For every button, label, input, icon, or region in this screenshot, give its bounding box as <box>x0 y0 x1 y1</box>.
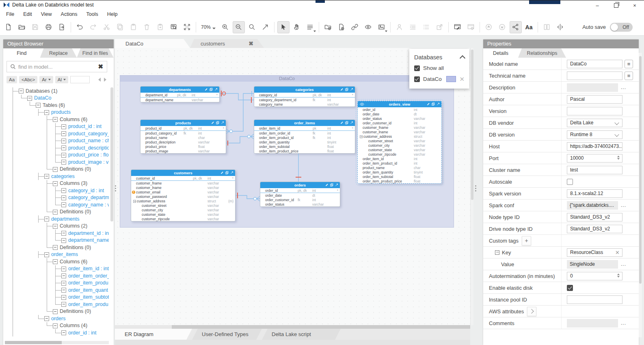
collapse-icon[interactable] <box>61 238 66 243</box>
struct-collapse-icon[interactable] <box>360 135 363 138</box>
column-row-customer-fname[interactable]: customer_fnamevarchar <box>358 125 441 130</box>
toolbar-file-plus-button[interactable] <box>335 21 348 33</box>
column-row-product-name[interactable]: product_namechar <box>140 135 226 140</box>
collapse-icon[interactable] <box>53 323 58 328</box>
tree-item-columns-6[interactable]: Columns (6) <box>5 258 109 265</box>
open-icon[interactable] <box>437 102 440 106</box>
column-row-customer-state[interactable]: customer_statevarchar <box>131 212 235 217</box>
expand-aws-attributes-button[interactable] <box>527 307 536 316</box>
column-row-department-name[interactable]: department_namevarchar <box>140 98 219 102</box>
tree-item-dataco[interactable]: DataCo <box>5 95 109 102</box>
toolbar-fit-screen-button[interactable] <box>181 21 193 33</box>
column-row-customer-address[interactable]: customer_addressstruct(m) <box>131 199 235 203</box>
collapse-icon[interactable] <box>19 89 24 93</box>
copy-icon[interactable] <box>216 121 219 125</box>
column-row-order-customer-id[interactable]: order_customer_idfkint <box>260 197 340 202</box>
tree-item-order-id-int[interactable]: order_id : int <box>5 329 109 336</box>
view-tab-er-diagram[interactable]: ER Diagram <box>115 329 192 340</box>
column-row-department-id[interactable]: department_idpk, dkint* <box>140 93 219 98</box>
collapse-icon[interactable] <box>36 103 41 108</box>
toolbar-split-button[interactable] <box>554 21 566 33</box>
column-row-customer-zipcode[interactable]: customer_zipcodevarchar <box>131 217 235 221</box>
tree-item-definitions-0[interactable]: Definitions (0) <box>5 166 109 173</box>
tree-item-columns-6[interactable]: Columns (6) <box>5 116 109 123</box>
collapse-icon[interactable] <box>61 302 66 307</box>
search-option-ar[interactable]: Ar <box>39 76 53 83</box>
tree-item-columns-3[interactable]: Columns (3) <box>5 180 109 187</box>
tree-item-categories[interactable]: categories <box>5 173 109 180</box>
ellipsis-button[interactable]: ... <box>621 202 626 208</box>
key-field[interactable]: ResourceClass✕ <box>567 248 622 257</box>
view-tab-delta-lake-script[interactable]: Delta Lake script <box>262 329 341 340</box>
spark-version-field[interactable]: 8.1.x-scala2.12 <box>567 189 622 198</box>
toolbar-arrow-diag-button[interactable] <box>259 21 272 33</box>
toolbar-hand-button[interactable] <box>291 21 303 33</box>
tree-item-order-item-subtot[interactable]: order_item_subtot <box>5 294 109 301</box>
diagram-table-customers[interactable]: customerscustomer_idpk, dkint*customer_f… <box>131 169 236 221</box>
copy-icon[interactable] <box>210 88 213 92</box>
column-row-customer-email[interactable]: !customer_emailvarchar <box>131 190 235 194</box>
toolbar-text-aa-button[interactable]: Aa <box>523 21 535 33</box>
diagram-table-order-items[interactable]: order_itemsorder_item_idpkint*order_item… <box>254 119 355 154</box>
host-field[interactable]: https://adb-374002473... <box>567 142 622 151</box>
search-input[interactable]: find in model... ✖ <box>6 61 107 72</box>
open-icon[interactable] <box>214 88 218 92</box>
collapse-icon[interactable] <box>61 281 66 286</box>
toolbar-doc-search-button[interactable] <box>168 21 180 33</box>
tree-item-category-id-int[interactable]: category_id : int <box>5 187 109 194</box>
collapse-icon[interactable] <box>53 224 58 229</box>
spark-conf-value[interactable]: {"spark.databricks.... <box>567 201 618 210</box>
menu-item-help[interactable]: Help <box>103 11 122 17</box>
autoscale-checkbox[interactable] <box>567 179 573 185</box>
collapse-icon[interactable] <box>61 160 66 165</box>
collapse-icon[interactable] <box>61 145 66 150</box>
properties-vertical-scrollbar[interactable] <box>639 53 642 337</box>
collapse-icon[interactable] <box>61 195 66 200</box>
collapse-icon[interactable] <box>61 295 66 300</box>
column-row-customer-password[interactable]: customer_passwordvarchar <box>131 194 235 199</box>
column-row-customer-lname[interactable]: customer_lnamevarchar <box>131 185 235 190</box>
collapse-icon[interactable] <box>495 250 499 255</box>
collapse-icon[interactable] <box>53 117 58 122</box>
menu-item-edit[interactable]: Edit <box>19 11 37 17</box>
edit-icon[interactable] <box>205 88 208 92</box>
autotermination-in-minutes-field[interactable]: 0 <box>567 272 622 280</box>
column-row-order-date[interactable]: order_datedt <box>358 112 441 116</box>
collapse-icon[interactable] <box>61 139 66 143</box>
diagram-canvas[interactable]: DataCo departmentsdepartment_idpk, dkint… <box>115 48 470 325</box>
remove-icon[interactable]: ✕ <box>459 76 465 83</box>
open-icon[interactable] <box>230 171 233 175</box>
column-row-order-item-subtotal[interactable]: order_item_subtotalfloat <box>358 174 441 179</box>
column-row-product-price[interactable]: product_pricefloat <box>140 144 226 149</box>
edit-icon[interactable] <box>325 183 328 187</box>
collapse-icon[interactable] <box>44 316 49 321</box>
column-row-category-department-id[interactable]: category_department_idfkint <box>254 98 355 102</box>
tree-item-products[interactable]: products <box>5 109 109 116</box>
toolbar-share-button[interactable] <box>510 21 522 33</box>
tree-item-order-item-produ[interactable]: order_item_produ <box>5 280 109 287</box>
collapse-icon[interactable] <box>61 124 66 129</box>
version-field[interactable] <box>567 107 622 115</box>
toolbar-export-button[interactable] <box>56 21 68 33</box>
edit-icon[interactable] <box>340 121 344 125</box>
search-option-abc[interactable]: <Abc> <box>19 76 37 83</box>
toolbar-zoom-in-button[interactable] <box>219 21 231 33</box>
search-option-al[interactable]: Al <box>55 76 68 83</box>
description-value[interactable] <box>567 83 618 92</box>
toolbar-folder-plus-button[interactable] <box>322 21 334 33</box>
value-value[interactable]: SingleNode <box>567 260 618 269</box>
column-row-order-customer-id[interactable]: order_customer_idint <box>358 121 441 125</box>
search-option-aa[interactable]: Aa <box>6 76 17 83</box>
tree-item-tables-6[interactable]: Tables (6) <box>5 102 109 109</box>
edit-icon[interactable] <box>220 171 224 175</box>
column-row-order-status[interactable]: order_statusvarchar <box>358 116 441 121</box>
collapse-icon[interactable] <box>61 273 66 278</box>
column-row-customer-street[interactable]: customer_streetvarchar <box>131 203 235 208</box>
collapse-icon[interactable] <box>61 231 66 236</box>
color-swatch[interactable] <box>446 76 456 82</box>
tree-item-order-item-produ[interactable]: order_item_produ <box>5 301 109 308</box>
close-tab-icon[interactable]: ✖ <box>249 39 253 48</box>
tree-item-department-id-in[interactable]: department_id : in <box>5 230 109 237</box>
edit-icon[interactable] <box>340 88 344 92</box>
chevron-up-icon[interactable] <box>460 55 465 61</box>
